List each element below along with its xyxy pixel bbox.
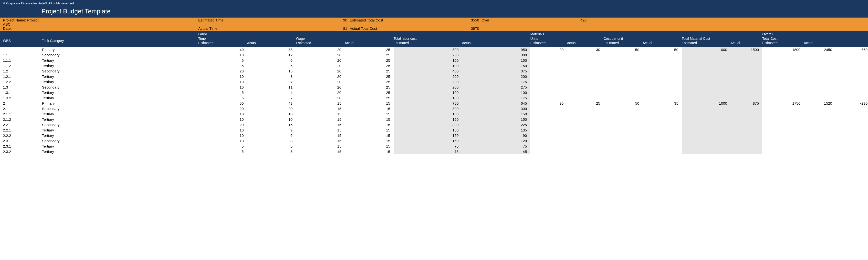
- cell-wa: 15: [345, 149, 394, 154]
- cell-var: [836, 149, 868, 154]
- hdr-mue: Estimated: [530, 41, 567, 45]
- summary-bar: Project Name: Project ABC Estimated Time…: [0, 18, 868, 31]
- table-row: 2Primary50431515750645202550351000875175…: [0, 100, 868, 106]
- cell-oe: [762, 74, 804, 79]
- hdr-wa: Actual: [345, 41, 394, 45]
- cell-we: 15: [296, 100, 345, 106]
- cell-var: [836, 138, 868, 143]
- cell-wa: 15: [345, 117, 394, 122]
- cell-tme: [682, 63, 731, 68]
- hdr-lta: Actual: [247, 41, 296, 45]
- cell-lta: 5: [247, 143, 296, 149]
- cell-tla: 175: [462, 79, 530, 85]
- cell-wbs: 1.1.1: [3, 58, 42, 63]
- cell-tla: 100: [462, 90, 530, 95]
- cell-oe: [762, 63, 804, 68]
- cell-we: 15: [296, 106, 345, 111]
- cell-var: [836, 122, 868, 127]
- cell-cpa: [643, 74, 682, 79]
- hdr-lte: Estimated: [198, 41, 247, 45]
- over-label: Over: [482, 18, 569, 26]
- cell-mua: [567, 90, 603, 95]
- cell-lte: 10: [198, 133, 247, 138]
- cell-we: 15: [296, 133, 345, 138]
- hdr-total-mat: Total Material Cost: [682, 36, 731, 41]
- cell-mue: [530, 143, 567, 149]
- cell-tla: 150: [462, 63, 530, 68]
- cell-oe: [762, 106, 804, 111]
- cell-tma: 875: [731, 100, 762, 106]
- cell-lte: 10: [198, 127, 247, 133]
- cell-oe: [762, 111, 804, 117]
- cell-task: Tertiary: [42, 79, 198, 85]
- cell-mua: [567, 58, 603, 63]
- cell-wa: 25: [345, 52, 394, 58]
- cell-cpa: 35: [643, 100, 682, 106]
- cell-lta: 6: [247, 133, 296, 138]
- cell-tme: [682, 74, 731, 79]
- cell-oa: [804, 133, 836, 138]
- table-row: 2.1Secondary20201515300300: [0, 106, 868, 111]
- cell-lta: 8: [247, 74, 296, 79]
- cell-we: 15: [296, 143, 345, 149]
- hdr-oe: Estimated: [762, 41, 804, 45]
- cell-lte: 20: [198, 122, 247, 127]
- hdr-we: Estimated: [296, 41, 345, 45]
- cell-var: [836, 95, 868, 100]
- cell-tle: 400: [394, 68, 462, 74]
- est-time-value: 90: [330, 18, 350, 26]
- table-row: 2.1.1Tertiary10101515150150: [0, 111, 868, 117]
- cell-tla: 375: [462, 68, 530, 74]
- cell-tma: [731, 95, 762, 100]
- cell-tme: 1000: [682, 47, 731, 52]
- cell-mue: [530, 133, 567, 138]
- cell-wa: 15: [345, 122, 394, 127]
- cell-tma: [731, 106, 762, 111]
- title-bar: Project Budget Template: [0, 7, 868, 18]
- cell-wbs: 2.1.2: [3, 117, 42, 122]
- cell-oa: [804, 68, 836, 74]
- cell-cpa: [643, 122, 682, 127]
- cell-lte: 5: [198, 63, 247, 68]
- cell-tla: 45: [462, 149, 530, 154]
- cell-tla: 300: [462, 106, 530, 111]
- cell-task: Tertiary: [42, 90, 198, 95]
- cell-tla: 200: [462, 74, 530, 79]
- cell-oe: 1750: [762, 100, 804, 106]
- cell-var: -230: [836, 100, 868, 106]
- cell-mua: [567, 138, 603, 143]
- cell-lte: 10: [198, 79, 247, 85]
- cell-var: [836, 63, 868, 68]
- act-total-cost-label: Actual Total Cost: [350, 26, 462, 31]
- cell-mue: [530, 138, 567, 143]
- cell-mua: [567, 52, 603, 58]
- cell-mue: [530, 95, 567, 100]
- cell-tme: 1000: [682, 100, 731, 106]
- cell-oa: [804, 85, 836, 90]
- cell-wbs: 2.3: [3, 138, 42, 143]
- cell-cpa: [643, 52, 682, 58]
- cell-tma: [731, 58, 762, 63]
- cell-tme: [682, 85, 731, 90]
- cell-wbs: 2.1.1: [3, 111, 42, 117]
- hdr-time: Time: [198, 36, 247, 41]
- cell-lte: 20: [198, 68, 247, 74]
- table-row: 1.1.2Tertiary562025100150: [0, 63, 868, 68]
- hdr-materials: Materials: [530, 32, 567, 36]
- cell-cpa: [643, 95, 682, 100]
- hdr-units: Units: [530, 36, 567, 41]
- cell-lte: 5: [198, 143, 247, 149]
- cell-oa: [804, 111, 836, 117]
- cell-var: [836, 127, 868, 133]
- cell-tla: 150: [462, 58, 530, 63]
- cell-var: 650: [836, 47, 868, 52]
- cell-tme: [682, 68, 731, 74]
- cell-we: 20: [296, 68, 345, 74]
- cell-we: 15: [296, 127, 345, 133]
- cell-wbs: 1.2.2: [3, 79, 42, 85]
- cell-lta: 6: [247, 58, 296, 63]
- cell-mua: [567, 117, 603, 122]
- cell-lte: 10: [198, 85, 247, 90]
- cell-mue: [530, 106, 567, 111]
- cell-oe: [762, 149, 804, 154]
